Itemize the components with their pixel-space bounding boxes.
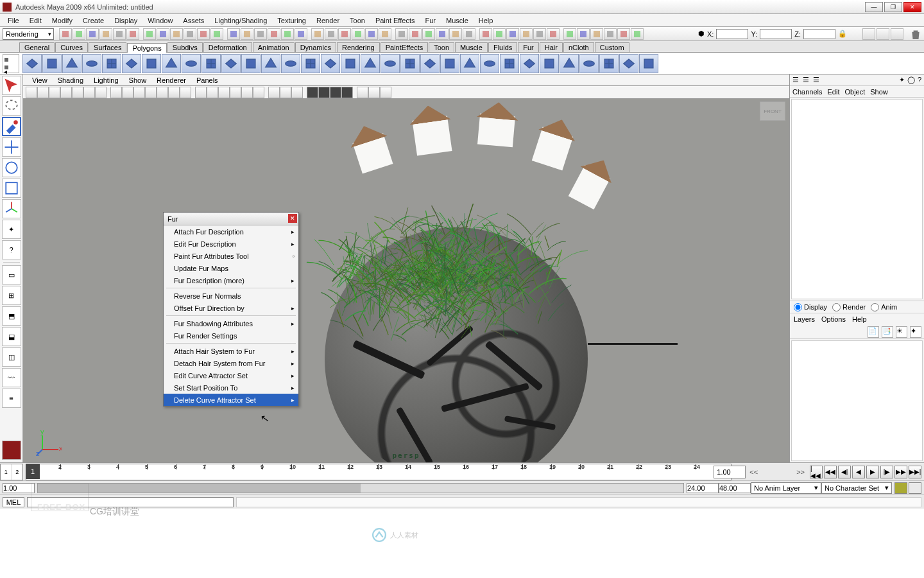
shelf-tab-surfaces[interactable]: Surfaces bbox=[89, 42, 126, 52]
fur-menu-item-offset-fur-direction-by[interactable]: Offset Fur Direction by▸ bbox=[164, 302, 298, 314]
view-script[interactable]: ≡ bbox=[2, 389, 21, 408]
shelf-menu-toggle[interactable] bbox=[3, 54, 19, 73]
shelf-icon-10[interactable] bbox=[221, 54, 241, 73]
sidebar-toggle-2[interactable] bbox=[877, 28, 889, 40]
vp-icon-5[interactable] bbox=[83, 87, 95, 98]
shelf-icon-18[interactable] bbox=[381, 54, 400, 73]
status-icon-1[interactable] bbox=[73, 28, 85, 40]
shelf-icon-21[interactable] bbox=[440, 54, 459, 73]
shelf-icon-26[interactable] bbox=[540, 54, 559, 73]
status-icon-3[interactable] bbox=[99, 28, 112, 40]
shelf-tab-ncloth[interactable]: nCloth bbox=[563, 42, 594, 52]
forward-end-button[interactable]: ▶▶| bbox=[909, 466, 921, 478]
status-icon-15[interactable] bbox=[268, 28, 280, 40]
status-icon-22[interactable] bbox=[365, 28, 378, 40]
autokey-icon[interactable] bbox=[909, 482, 921, 494]
frame-end-field[interactable]: 1.00 bbox=[714, 466, 746, 478]
menu-window[interactable]: Window bbox=[142, 15, 178, 26]
status-icon-24[interactable] bbox=[395, 28, 408, 40]
forward-button[interactable]: ▶▶ bbox=[894, 466, 907, 478]
shelf-icon-3[interactable] bbox=[82, 54, 101, 73]
menu-edit[interactable]: Edit bbox=[24, 15, 47, 26]
y-input[interactable] bbox=[760, 29, 792, 39]
status-icon-31[interactable] bbox=[493, 28, 506, 40]
vp-menu-view[interactable]: View bbox=[27, 76, 53, 84]
status-icon-26[interactable] bbox=[422, 28, 435, 40]
minimize-button[interactable]: — bbox=[865, 2, 883, 12]
shelf-icon-19[interactable] bbox=[400, 54, 420, 73]
shelf-tab-dynamics[interactable]: Dynamics bbox=[295, 42, 336, 52]
status-icon-29[interactable] bbox=[463, 28, 475, 40]
status-icon-16[interactable] bbox=[281, 28, 294, 40]
shelf-tab-animation[interactable]: Animation bbox=[253, 42, 295, 52]
range-start-field[interactable] bbox=[3, 483, 35, 493]
key-icon[interactable] bbox=[894, 482, 907, 494]
menu-muscle[interactable]: Muscle bbox=[441, 15, 474, 26]
shelf-icon-5[interactable] bbox=[122, 54, 141, 73]
shelf-tab-general[interactable]: General bbox=[19, 42, 55, 52]
menu-lightingshading[interactable]: Lighting/Shading bbox=[209, 15, 272, 26]
shelf-tab-fur[interactable]: Fur bbox=[518, 42, 539, 52]
vp-menu-renderer[interactable]: Renderer bbox=[151, 76, 191, 84]
view-graph[interactable]: 〰 bbox=[2, 368, 21, 387]
status-icon-37[interactable] bbox=[577, 28, 590, 40]
fur-menu-item-update-fur-maps[interactable]: Update Fur Maps bbox=[164, 262, 298, 274]
menu-file[interactable]: File bbox=[3, 15, 24, 26]
vp-icon-16[interactable] bbox=[218, 87, 230, 98]
vp-icon-11[interactable] bbox=[157, 87, 168, 98]
channel-tab-edit[interactable]: Edit bbox=[827, 88, 839, 96]
shelf-icon-7[interactable] bbox=[162, 54, 181, 73]
shelf-icon-9[interactable] bbox=[201, 54, 221, 73]
vp-icon-22[interactable] bbox=[291, 87, 303, 98]
menu-modify[interactable]: Modify bbox=[47, 15, 78, 26]
vp-icon-2[interactable] bbox=[49, 87, 60, 98]
list-icon[interactable]: ☰ bbox=[792, 76, 799, 84]
shelf-icon-8[interactable] bbox=[182, 54, 201, 73]
sidebar-toggle-3[interactable] bbox=[891, 28, 903, 40]
status-icon-4[interactable] bbox=[113, 28, 126, 40]
shelf-icon-20[interactable] bbox=[420, 54, 440, 73]
fur-menu-item-reverse-fur-normals[interactable]: Reverse Fur Normals bbox=[164, 290, 298, 302]
status-icon-12[interactable] bbox=[227, 28, 240, 40]
status-icon-36[interactable] bbox=[563, 28, 576, 40]
quick-layout[interactable] bbox=[2, 441, 21, 460]
layer-sun2-icon[interactable]: ✦ bbox=[910, 326, 921, 338]
menu-help[interactable]: Help bbox=[474, 15, 499, 26]
rewind-button[interactable]: ◀◀ bbox=[824, 466, 837, 478]
view-single[interactable]: ▭ bbox=[2, 265, 21, 285]
rewind-start-button[interactable]: |◀◀ bbox=[810, 466, 823, 478]
status-icon-11[interactable] bbox=[210, 28, 223, 40]
fur-menu-item-fur-shadowing-attributes[interactable]: Fur Shadowing Attributes▸ bbox=[164, 317, 298, 329]
status-icon-7[interactable] bbox=[157, 28, 169, 40]
status-icon-23[interactable] bbox=[379, 28, 391, 40]
anim-layer-select[interactable]: No Anim Layer bbox=[751, 482, 821, 494]
status-icon-19[interactable] bbox=[325, 28, 338, 40]
shelf-icon-25[interactable] bbox=[520, 54, 539, 73]
vp-icon-17[interactable] bbox=[230, 87, 241, 98]
status-icon-32[interactable] bbox=[506, 28, 519, 40]
vp-icon-8[interactable] bbox=[122, 87, 133, 98]
vp-menu-show[interactable]: Show bbox=[124, 76, 152, 84]
fur-menu-item-fur-description-more-[interactable]: Fur Description (more)▸ bbox=[164, 274, 298, 286]
fur-menu-item-detach-hair-system-from-fur[interactable]: Detach Hair System from Fur▸ bbox=[164, 357, 298, 369]
viewport-canvas[interactable]: FRONT y x z persp Fur ✕ Attach Fur Descr… bbox=[23, 99, 789, 462]
vp-icon-6[interactable] bbox=[95, 87, 107, 98]
help-icon[interactable]: ? bbox=[918, 76, 921, 84]
time-slider[interactable]: 1 2 123456789101112131415161718192021222… bbox=[0, 462, 924, 480]
circle-icon[interactable]: ◯ bbox=[907, 76, 915, 84]
shelf-tab-polygons[interactable]: Polygons bbox=[127, 43, 166, 53]
vp-icon-19[interactable] bbox=[253, 87, 264, 98]
shelf-icon-1[interactable] bbox=[42, 54, 62, 73]
play-forward-button[interactable]: ▶ bbox=[866, 466, 879, 478]
z-input[interactable] bbox=[803, 29, 835, 39]
shelf-icon-14[interactable] bbox=[301, 54, 320, 73]
list-icon-2[interactable]: ☰ bbox=[803, 76, 809, 84]
view-outliner[interactable]: ⬓ bbox=[2, 327, 21, 346]
layer-assign-icon[interactable]: 📑 bbox=[882, 326, 893, 338]
status-icon-38[interactable] bbox=[590, 28, 603, 40]
close-button[interactable]: ✕ bbox=[903, 2, 921, 12]
status-icon-20[interactable] bbox=[338, 28, 351, 40]
x-input[interactable] bbox=[716, 29, 748, 39]
status-icon-17[interactable] bbox=[295, 28, 307, 40]
status-icon-2[interactable] bbox=[86, 28, 99, 40]
